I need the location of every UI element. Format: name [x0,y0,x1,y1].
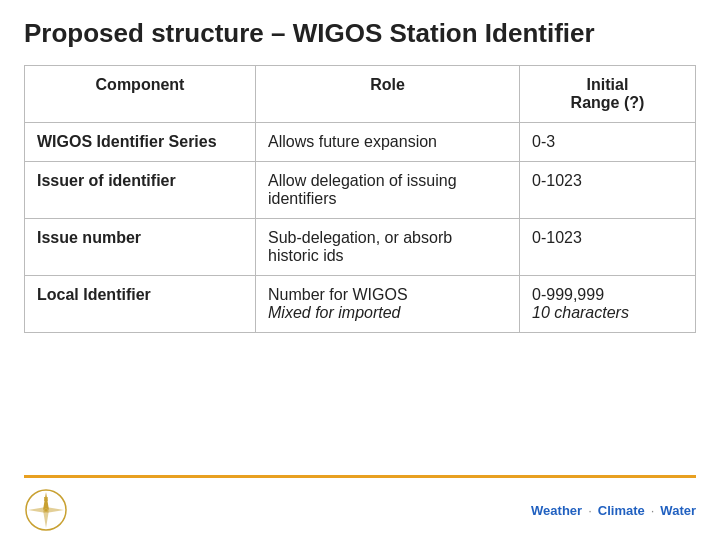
cell-component-1: WIGOS Identifier Series [25,123,256,162]
separator-1: · [588,503,592,518]
table-row: Issue number Sub-delegation, or absorb h… [25,219,696,276]
cell-range-1: 0-3 [520,123,696,162]
range-line1: 0-999,999 [532,286,604,303]
header-component: Component [25,66,256,123]
cell-component-2: Issuer of identifier [25,162,256,219]
table-row: WIGOS Identifier Series Allows future ex… [25,123,696,162]
cell-role-1: Allows future expansion [256,123,520,162]
svg-marker-4 [28,507,46,513]
brand-climate: Climate [598,503,645,518]
page: Proposed structure – WIGOS Station Ident… [0,0,720,540]
svg-point-5 [44,508,48,512]
role-line1: Number for WIGOS [268,286,408,303]
svg-marker-3 [46,507,64,513]
svg-marker-2 [43,510,49,528]
brand-label: Weather · Climate · Water [531,503,696,518]
footer: N Weather · Climate · Water [24,475,696,540]
cell-role-3: Sub-delegation, or absorb historic ids [256,219,520,276]
table-row: Local Identifier Number for WIGOS Mixed … [25,276,696,333]
header-range: InitialRange (?) [520,66,696,123]
page-title: Proposed structure – WIGOS Station Ident… [24,18,696,49]
brand-water: Water [660,503,696,518]
cell-range-3: 0-1023 [520,219,696,276]
role-line2: Mixed for imported [268,304,401,321]
header-role: Role [256,66,520,123]
structure-table: Component Role InitialRange (?) WIGOS Id… [24,65,696,333]
table-row: Issuer of identifier Allow delegation of… [25,162,696,219]
range-line2: 10 characters [532,304,629,321]
svg-text:N: N [44,496,48,502]
cell-component-4: Local Identifier [25,276,256,333]
table-header-row: Component Role InitialRange (?) [25,66,696,123]
compass-icon: N [24,488,68,532]
cell-range-4: 0-999,999 10 characters [520,276,696,333]
cell-role-4: Number for WIGOS Mixed for imported [256,276,520,333]
cell-range-2: 0-1023 [520,162,696,219]
cell-component-3: Issue number [25,219,256,276]
separator-2: · [651,503,655,518]
brand-weather: Weather [531,503,582,518]
cell-role-2: Allow delegation of issuing identifiers [256,162,520,219]
